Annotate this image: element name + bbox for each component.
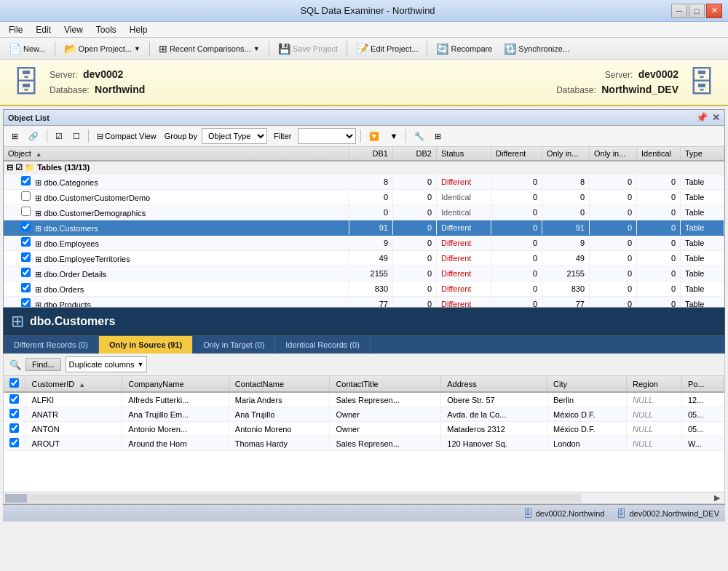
table-row[interactable]: ⊞ dbo.Orders 830 0 Different 0 830 0 0 T… <box>4 281 724 297</box>
col-checkbox-header[interactable] <box>4 376 25 392</box>
ol-sep-4 <box>405 129 406 143</box>
duplicate-columns-select[interactable]: Duplicate columns ▼ <box>66 356 148 372</box>
tab-identical-records[interactable]: Identical Records (0) <box>275 336 371 354</box>
data-grid-wrapper[interactable]: CustomerID ▲ CompanyName ContactName Con… <box>3 376 725 492</box>
close-button[interactable]: ✕ <box>706 4 722 18</box>
data-row-checkbox[interactable] <box>9 394 19 404</box>
recent-comparisons-button[interactable]: ⊞ Recent Comparisons... ▼ <box>154 41 264 56</box>
col-only2-header[interactable]: Only in... <box>590 147 637 161</box>
menu-help[interactable]: Help <box>124 23 154 36</box>
details-panel: ⊞ dbo.Customers <box>3 308 725 336</box>
pin-icon[interactable]: 📌 <box>696 112 708 123</box>
table-row[interactable]: ⊞ dbo.CustomerDemographics 0 0 Identical… <box>4 205 724 220</box>
panel-close-icon[interactable]: ✕ <box>712 112 720 123</box>
col-po-header[interactable]: Po... <box>681 376 724 392</box>
object-table: Object ▲ DB1 DB2 Status Different Only i… <box>4 147 724 307</box>
col-object-header[interactable]: Object ▲ <box>4 147 349 161</box>
col-only1-header[interactable]: Only in... <box>542 147 590 161</box>
grid-view-button[interactable]: ⊞ <box>8 129 22 143</box>
table-icon: ⊞ <box>35 178 41 187</box>
ol-sep-1 <box>47 129 47 143</box>
settings-button[interactable]: 🔧 <box>411 129 428 143</box>
title-bar: SQL Data Examiner - Northwind ─ □ ✕ <box>0 0 728 22</box>
data-row[interactable]: ANTON Antonio Moren... Antonio Moreno Ow… <box>4 422 724 436</box>
col-companyname-header[interactable]: CompanyName <box>122 376 229 392</box>
row-checkbox[interactable] <box>21 191 31 201</box>
menu-tools[interactable]: Tools <box>90 23 122 36</box>
data-row-checkbox[interactable] <box>9 423 19 433</box>
server-left-block: 🗄 Server: dev0002 Database: Northwind <box>12 66 364 99</box>
col-city-header[interactable]: City <box>547 376 627 392</box>
table-row[interactable]: ⊞ dbo.Order Details 2155 0 Different 0 2… <box>4 266 724 281</box>
new-button[interactable]: 📄 New... <box>4 41 50 56</box>
col-type-header[interactable]: Type <box>681 147 724 161</box>
select-all-checkbox[interactable] <box>9 378 19 388</box>
col-db1-header[interactable]: DB1 <box>349 147 393 161</box>
row-checkbox[interactable] <box>21 298 31 307</box>
tab-different-records[interactable]: Different Records (0) <box>4 336 99 354</box>
data-row[interactable]: AROUT Around the Horn Thomas Hardy Sales… <box>4 436 724 451</box>
data-row-checkbox[interactable] <box>9 409 19 418</box>
filter-select[interactable] <box>298 128 356 144</box>
recompare-button[interactable]: 🔄 Recompare <box>432 41 496 56</box>
details-title: dbo.Customers <box>30 315 115 328</box>
table-row[interactable]: ⊞ dbo.Employees 9 0 Different 0 9 0 0 Ta… <box>4 236 724 251</box>
row-checkbox[interactable] <box>21 283 31 292</box>
filter-icon-button[interactable]: 🔽 <box>365 129 383 143</box>
col-different-header[interactable]: Different <box>491 147 542 161</box>
columns-button[interactable]: ⊞ <box>431 129 445 143</box>
object-table-wrapper[interactable]: Object ▲ DB1 DB2 Status Different Only i… <box>4 147 724 307</box>
col-region-header[interactable]: Region <box>627 376 682 392</box>
menu-view[interactable]: View <box>58 23 89 36</box>
edit-project-button[interactable]: 📝 Edit Project... <box>352 41 422 56</box>
find-button[interactable]: Find... <box>25 358 61 371</box>
row-checkbox[interactable] <box>21 268 31 277</box>
filter-button[interactable]: Filter <box>270 129 295 143</box>
uncheck-button[interactable]: ☐ <box>69 129 84 143</box>
col-contactname-header[interactable]: ContactName <box>229 376 330 392</box>
table-row[interactable]: ⊞ dbo.EmployeeTerritories 49 0 Different… <box>4 251 724 266</box>
tab-only-in-target[interactable]: Only in Target (0) <box>193 336 275 354</box>
row-checkbox[interactable] <box>21 207 31 216</box>
link-button[interactable]: 🔗 <box>25 129 42 143</box>
col-contacttitle-header[interactable]: ContactTitle <box>330 376 441 392</box>
group-by-select[interactable]: Object Type <box>202 128 267 144</box>
col-db2-header[interactable]: DB2 <box>393 147 437 161</box>
open-project-button[interactable]: 📂 Open Project... ▼ <box>60 41 145 56</box>
data-row[interactable]: ALFKI Alfreds Futterki... Maria Anders S… <box>4 392 724 407</box>
data-row[interactable]: ANATR Ana Trujillo Em... Ana Trujillo Ow… <box>4 407 724 422</box>
row-checkbox[interactable] <box>21 252 31 262</box>
row-checkbox[interactable] <box>21 176 31 185</box>
save-project-button[interactable]: 💾 Save Project <box>274 41 342 56</box>
data-row-checkbox[interactable] <box>9 438 19 447</box>
compact-view-button[interactable]: ⊟ Compact View <box>93 129 160 143</box>
maximize-button[interactable]: □ <box>689 4 705 18</box>
object-list-header: Object List 📌 ✕ <box>4 110 724 126</box>
find-bar: 🔍 Find... Duplicate columns ▼ <box>3 354 725 376</box>
check-button[interactable]: ☑ <box>52 129 66 143</box>
row-name: dbo.Customers <box>44 224 98 233</box>
menu-edit[interactable]: Edit <box>30 23 57 36</box>
row-name: dbo.Employees <box>44 239 99 248</box>
filter-menu-button[interactable]: ▼ <box>386 129 401 143</box>
menu-file[interactable]: File <box>3 23 28 36</box>
table-row[interactable]: ⊞ dbo.CustomerCustomerDemo 0 0 Identical… <box>4 190 724 205</box>
table-row[interactable]: ⊞ dbo.Products 77 0 Different 0 77 0 0 T… <box>4 297 724 308</box>
synchronize-button[interactable]: 🔃 Synchronize... <box>499 41 574 56</box>
row-checkbox[interactable] <box>21 222 31 231</box>
group-row-tables[interactable]: ⊟ ☑ 📁 Tables (13/13) <box>4 161 724 175</box>
status-db1-icon: 🗄 <box>523 508 533 519</box>
horizontal-scrollbar[interactable]: ▶ <box>3 492 725 504</box>
table-icon: ⊞ <box>35 285 41 294</box>
col-status-header[interactable]: Status <box>437 147 491 161</box>
table-row[interactable]: ⊞ dbo.Customers 91 0 Different 0 91 0 0 … <box>4 220 724 236</box>
tab-only-in-source[interactable]: Only in Source (91) <box>99 336 193 354</box>
col-address-header[interactable]: Address <box>441 376 547 392</box>
group-by-label: Group by <box>165 132 197 140</box>
row-checkbox[interactable] <box>21 237 31 247</box>
minimize-button[interactable]: ─ <box>671 4 687 18</box>
col-identical-header[interactable]: Identical <box>637 147 681 161</box>
col-customerid-header[interactable]: CustomerID ▲ <box>25 376 122 392</box>
table-row[interactable]: ⊞ dbo.Categories 8 0 Different 0 8 0 0 T… <box>4 175 724 190</box>
menu-bar: File Edit View Tools Help <box>0 22 728 38</box>
